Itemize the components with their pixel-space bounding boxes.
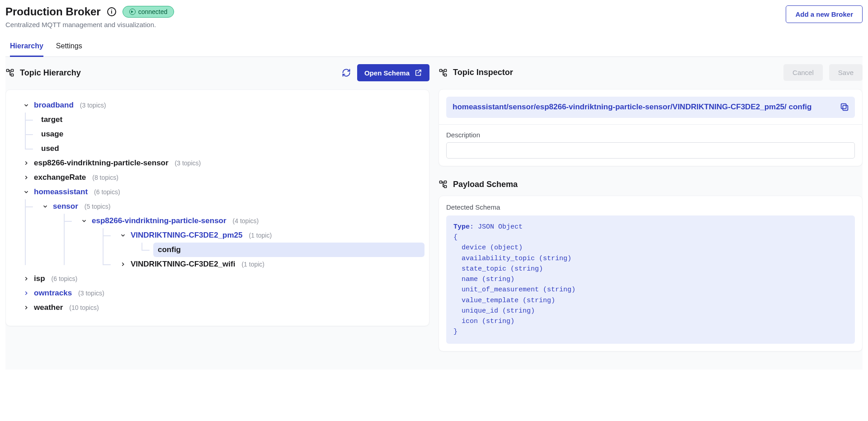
tree-node-esp8266[interactable]: esp8266-vindriktning-particle-sensor (3 … <box>10 156 425 170</box>
chevron-right-icon <box>22 289 30 297</box>
svg-rect-9 <box>444 181 447 183</box>
tab-settings[interactable]: Settings <box>56 37 82 56</box>
svg-rect-3 <box>440 69 442 71</box>
chevron-right-icon <box>22 159 30 167</box>
chevron-down-icon <box>22 188 30 196</box>
svg-rect-2 <box>11 74 14 76</box>
inspector-card: homeassistant/sensor/esp8266-vindriktnin… <box>439 89 863 166</box>
payload-schema-title: Payload Schema <box>453 180 518 189</box>
status-text: connected <box>138 8 168 15</box>
tree-node-ha-esp8266[interactable]: esp8266-vindriktning-particle-sensor (4 … <box>75 214 425 228</box>
svg-rect-1 <box>11 70 14 72</box>
tree-leaf-config[interactable]: config <box>153 243 425 257</box>
chevron-right-icon <box>22 173 30 182</box>
chevron-right-icon <box>119 260 127 268</box>
chevron-right-icon <box>22 304 30 312</box>
topic-path: homeassistant/sensor/esp8266-vindriktnin… <box>446 97 855 118</box>
tree-leaf-used[interactable]: used <box>37 141 425 156</box>
open-schema-button[interactable]: Open Schema <box>357 64 429 81</box>
chevron-right-icon <box>22 275 30 283</box>
tree-leaf-target[interactable]: target <box>37 112 425 127</box>
page-subtitle: Centralized MQTT management and visualiz… <box>5 21 174 28</box>
chevron-down-icon <box>80 217 88 225</box>
tree-node-sensor[interactable]: sensor (5 topics) <box>37 199 425 214</box>
tabs: Hierarchy Settings <box>5 37 863 57</box>
tree-node-wifi[interactable]: VINDRIKTNING-CF3DE2_wifi (1 topic) <box>114 257 425 271</box>
cancel-button[interactable]: Cancel <box>783 64 823 81</box>
tree-leaf-usage[interactable]: usage <box>37 127 425 141</box>
page-title: Production Broker <box>5 5 101 18</box>
play-circle-icon <box>129 9 136 15</box>
schema-card: Detected Schema Type: JSON Object { devi… <box>439 196 863 351</box>
save-button[interactable]: Save <box>829 64 863 81</box>
svg-rect-8 <box>440 181 442 183</box>
tab-hierarchy[interactable]: Hierarchy <box>10 37 43 57</box>
tree-icon <box>439 180 448 189</box>
topic-inspector-title: Topic Inspector <box>453 68 513 77</box>
topic-tree-card: broadband (3 topics) target usage used <box>5 89 429 326</box>
external-link-icon <box>414 69 422 77</box>
status-badge: connected <box>123 6 175 18</box>
tree-node-exchangerate[interactable]: exchangeRate (8 topics) <box>10 170 425 185</box>
svg-rect-7 <box>841 104 846 109</box>
svg-rect-6 <box>843 106 848 111</box>
tree-node-homeassistant[interactable]: homeassistant (6 topics) <box>10 185 425 199</box>
chevron-down-icon <box>22 101 30 109</box>
tree-node-owntracks[interactable]: owntracks (3 topics) <box>10 286 425 300</box>
info-icon[interactable]: i <box>107 7 116 16</box>
chevron-down-icon <box>41 202 49 210</box>
chevron-down-icon <box>119 231 127 239</box>
refresh-icon[interactable] <box>342 68 351 77</box>
tree-icon <box>5 68 14 77</box>
tree-node-weather[interactable]: weather (10 topics) <box>10 300 425 315</box>
tree-icon <box>439 68 448 77</box>
page-header: Production Broker i connected Centralize… <box>5 0 863 28</box>
description-label: Description <box>446 131 855 139</box>
copy-icon[interactable] <box>840 102 849 112</box>
add-broker-button[interactable]: Add a new Broker <box>786 5 863 23</box>
svg-rect-10 <box>444 186 447 188</box>
open-schema-label: Open Schema <box>364 69 410 77</box>
svg-rect-5 <box>444 74 447 76</box>
svg-rect-0 <box>7 70 9 72</box>
topic-hierarchy-title: Topic Hierarchy <box>20 68 81 78</box>
svg-rect-4 <box>444 69 447 71</box>
tree-node-pm25[interactable]: VINDRIKTNING-CF3DE2_pm25 (1 topic) <box>114 228 425 243</box>
detected-schema-label: Detected Schema <box>446 203 855 211</box>
description-input[interactable] <box>446 142 855 159</box>
tree-node-broadband[interactable]: broadband (3 topics) <box>10 98 425 112</box>
schema-code: Type: JSON Object { device (object) avai… <box>446 215 855 344</box>
tree-node-isp[interactable]: isp (6 topics) <box>10 271 425 286</box>
